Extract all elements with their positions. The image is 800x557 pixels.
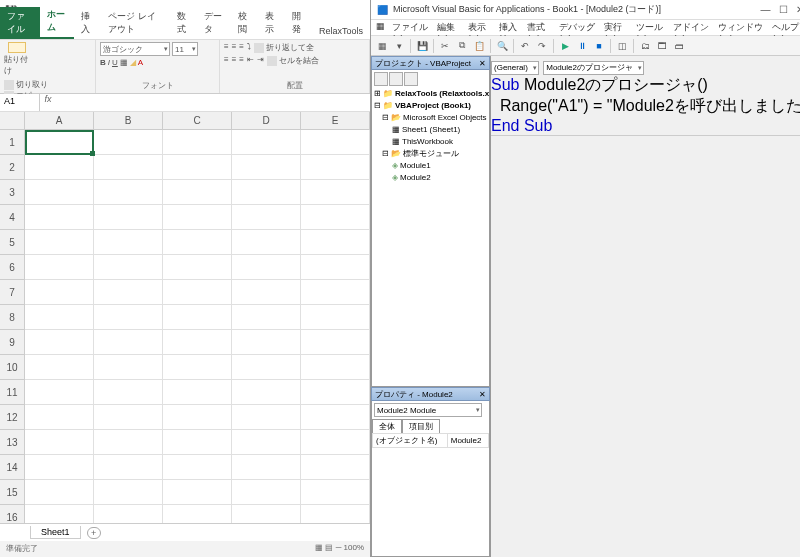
close-icon[interactable]: ✕ [479,59,486,68]
run-icon[interactable]: ▶ [557,38,573,54]
cells-area[interactable] [25,130,370,523]
properties-object-combo[interactable]: Module2 Module [374,403,482,417]
formula-input[interactable] [56,94,370,111]
view-code-icon[interactable] [374,72,388,86]
reset-icon[interactable]: ■ [591,38,607,54]
row-header[interactable]: 13 [0,430,25,455]
cell[interactable] [94,280,163,305]
close-button[interactable]: ✕ [796,4,800,15]
row-header[interactable]: 3 [0,180,25,205]
insert-module-icon[interactable]: ▾ [391,38,407,54]
cell[interactable] [301,305,370,330]
cell[interactable] [94,180,163,205]
cell[interactable] [163,330,232,355]
cell[interactable] [25,130,94,155]
row-header[interactable]: 4 [0,205,25,230]
cell[interactable] [94,155,163,180]
menu-item[interactable]: 編集(E) [434,20,463,35]
cut-icon[interactable]: ✂ [437,38,453,54]
cell[interactable] [94,480,163,505]
name-box[interactable]: A1 [0,94,40,111]
menu-item[interactable]: デバッグ(D) [556,20,599,35]
cell[interactable] [25,455,94,480]
cell[interactable] [94,230,163,255]
cell[interactable] [232,130,301,155]
cell[interactable] [163,255,232,280]
col-header[interactable]: A [25,112,94,130]
cell[interactable] [232,205,301,230]
properties-icon[interactable]: 🗔 [654,38,670,54]
cell[interactable] [94,130,163,155]
cell[interactable] [94,255,163,280]
minimize-button[interactable]: — [761,4,771,15]
tab-relaxtools[interactable]: RelaxTools [312,23,370,39]
menu-item[interactable]: 表示(V) [465,20,494,35]
cell[interactable] [94,455,163,480]
object-dropdown[interactable]: (General) [491,61,539,75]
cell[interactable] [163,280,232,305]
cell[interactable] [232,180,301,205]
row-header[interactable]: 10 [0,355,25,380]
cell[interactable] [25,155,94,180]
indent-inc-icon[interactable]: ⇥ [257,55,264,66]
col-header[interactable]: B [94,112,163,130]
menu-item[interactable]: ウィンドウ(W) [715,20,767,35]
cell[interactable] [163,155,232,180]
col-header[interactable]: E [301,112,370,130]
cell[interactable] [301,155,370,180]
row-header[interactable]: 16 [0,505,25,523]
cell[interactable] [163,305,232,330]
indent-dec-icon[interactable]: ⇤ [247,55,254,66]
cell[interactable] [232,430,301,455]
cell[interactable] [163,205,232,230]
cell[interactable] [94,330,163,355]
cell[interactable] [163,180,232,205]
menu-item[interactable]: ヘルプ(H) [769,20,800,35]
align-right-icon[interactable]: ≡ [239,55,244,66]
cell[interactable] [94,305,163,330]
cell[interactable] [94,505,163,523]
menu-item[interactable]: アドイン(A) [670,20,713,35]
cell[interactable] [301,330,370,355]
italic-button[interactable]: I [108,58,110,67]
save-icon[interactable]: 💾 [414,38,430,54]
cell[interactable] [163,355,232,380]
paste-button[interactable]: 貼り付け [4,42,30,76]
cell[interactable] [232,480,301,505]
cell[interactable] [301,255,370,280]
tab-formulas[interactable]: 数式 [170,7,197,39]
cell[interactable] [25,180,94,205]
cell[interactable] [94,405,163,430]
break-icon[interactable]: ⏸ [574,38,590,54]
tree-module2[interactable]: Module2 [400,172,431,184]
cell[interactable] [232,455,301,480]
tab-insert[interactable]: 挿入 [74,7,101,39]
cell[interactable] [232,330,301,355]
tree-relaxtools[interactable]: RelaxTools (Relaxtools.xlam) [395,88,490,100]
cell[interactable] [301,280,370,305]
cell[interactable] [232,380,301,405]
underline-button[interactable]: U [112,58,118,67]
row-header[interactable]: 8 [0,305,25,330]
cell[interactable] [301,455,370,480]
row-header[interactable]: 5 [0,230,25,255]
properties-grid[interactable]: (オブジェクト名) Module2 [372,433,489,448]
tab-file[interactable]: ファイル [0,7,40,39]
col-header[interactable]: C [163,112,232,130]
cell[interactable] [163,505,232,523]
excel-icon[interactable]: ▦ [373,20,387,35]
add-sheet-button[interactable]: + [87,527,101,539]
view-controls[interactable]: ▦ ▤ ─ 100% [315,543,364,555]
cell[interactable] [163,430,232,455]
select-all-corner[interactable] [0,112,25,130]
cell[interactable] [163,455,232,480]
fillcolor-button[interactable]: ◢ [130,58,136,67]
cell[interactable] [94,205,163,230]
menu-item[interactable]: 書式(O) [524,20,554,35]
bold-button[interactable]: B [100,58,106,67]
tab-pagelayout[interactable]: ページ レイアウト [101,7,169,39]
find-icon[interactable]: 🔍 [494,38,510,54]
cell[interactable] [232,355,301,380]
tree-std-modules[interactable]: 標準モジュール [403,148,459,160]
tree-module1[interactable]: Module1 [400,160,431,172]
